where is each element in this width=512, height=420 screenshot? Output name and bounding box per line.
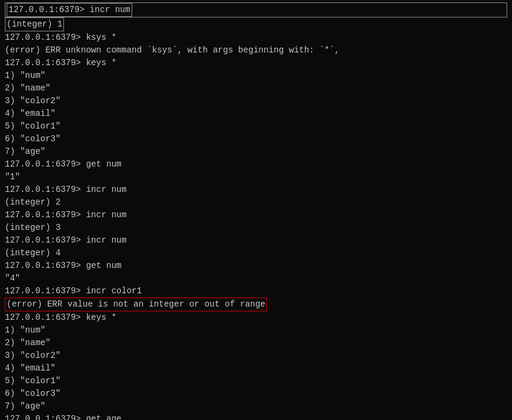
command-text: incr color1 xyxy=(86,286,141,296)
result-line: "1" xyxy=(5,171,507,183)
terminal-line: 127.0.0.1:6379> get num xyxy=(5,158,507,171)
command-text: incr num xyxy=(86,210,126,220)
terminal-line: 127.0.0.1:6379> incr num xyxy=(5,209,507,221)
command-text: incr num xyxy=(89,5,130,14)
prompt-text: 127.0.0.1:6379> xyxy=(5,210,86,220)
result-line: 7) "age" xyxy=(5,400,507,413)
terminal-line: 127.0.0.1:6379> get age xyxy=(5,413,507,420)
result-line: 7) "age" xyxy=(5,145,507,158)
result-line: 5) "color1" xyxy=(5,120,507,133)
result-line: 1) "num" xyxy=(5,69,507,82)
prompt-text: 127.0.0.1:6379> xyxy=(5,235,86,245)
prompt-text: 127.0.0.1:6379> xyxy=(5,286,86,296)
result-line: "4" xyxy=(5,272,507,285)
result-line: (integer) 3 xyxy=(5,221,507,234)
terminal-line: 127.0.0.1:6379> incr num xyxy=(5,183,507,196)
terminal-line: 127.0.0.1:6379> incr num xyxy=(5,234,507,247)
command-text: ksys * xyxy=(86,33,116,42)
prompt-text: 127.0.0.1:6379> xyxy=(5,33,86,42)
result-line: (integer) 4 xyxy=(5,247,507,259)
error-line: (error) ERR value is not an integer or o… xyxy=(5,298,507,311)
result-line: 3) "color2" xyxy=(5,95,507,107)
terminal-line: 127.0.0.1:6379> incr color1 xyxy=(5,285,507,298)
command-text: get num xyxy=(86,261,121,270)
command-text: get num xyxy=(86,159,121,169)
result-line: 2) "name" xyxy=(5,337,507,349)
terminal-line: 127.0.0.1:6379> keys * xyxy=(5,57,507,69)
command-text: keys * xyxy=(86,313,116,322)
command-text: keys * xyxy=(86,58,116,68)
terminal-line: 127.0.0.1:6379> keys * xyxy=(5,311,507,324)
result-line: 2) "name" xyxy=(5,82,507,95)
command-text: get age xyxy=(86,414,121,420)
result-line: 6) "color3" xyxy=(5,387,507,400)
result-line: 4) "email" xyxy=(5,362,507,375)
boxed-line: 127.0.0.1:6379> incr num xyxy=(7,3,132,17)
result-line: 4) "email" xyxy=(5,107,507,120)
terminal: 127.0.0.1:6379> incr num(integer) 1127.0… xyxy=(0,0,512,420)
command-text: incr num xyxy=(86,185,126,194)
result-line: 1) "num" xyxy=(5,324,507,337)
prompt-text: 127.0.0.1:6379> xyxy=(5,58,86,68)
result-line: (integer) 2 xyxy=(5,196,507,209)
prompt-text: 127.0.0.1:6379> xyxy=(5,414,86,420)
prompt-text: 127.0.0.1:6379> xyxy=(5,261,86,270)
command-text: incr num xyxy=(86,235,126,245)
terminal-line: 127.0.0.1:6379> ksys * xyxy=(5,31,507,44)
boxed-result: (integer) 1 xyxy=(5,18,64,31)
result-line: (error) ERR unknown command `ksys`, with… xyxy=(5,44,507,57)
error-box: (error) ERR value is not an integer or o… xyxy=(5,298,267,311)
prompt-text: 127.0.0.1:6379> xyxy=(5,313,86,322)
terminal-line: 127.0.0.1:6379> incr num xyxy=(5,2,507,18)
result-line: 5) "color1" xyxy=(5,375,507,387)
prompt-text: 127.0.0.1:6379> xyxy=(5,159,86,169)
terminal-line: 127.0.0.1:6379> get num xyxy=(5,259,507,272)
prompt-text: 127.0.0.1:6379> xyxy=(5,185,86,194)
result-line: 6) "color3" xyxy=(5,133,507,145)
result-line: 3) "color2" xyxy=(5,349,507,362)
prompt-text: 127.0.0.1:6379> xyxy=(8,5,89,14)
result-line: (integer) 1 xyxy=(5,18,507,31)
